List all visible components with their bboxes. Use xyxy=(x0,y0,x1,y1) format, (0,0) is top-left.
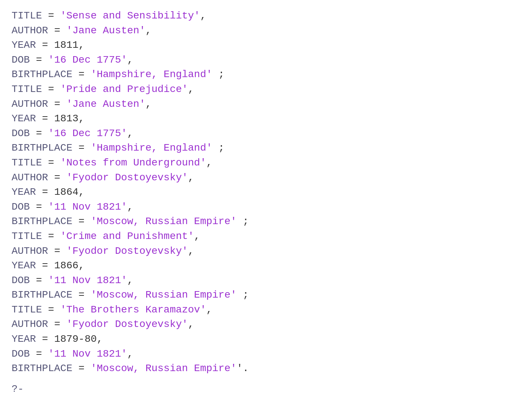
num-token: 1813 xyxy=(54,113,79,124)
num-token: 1864 xyxy=(54,186,79,198)
kw-token: TITLE xyxy=(12,157,42,168)
punct-token: ; xyxy=(237,289,249,301)
str-token: '11 Nov 1821' xyxy=(48,348,127,360)
str-token: '16 Dec 1775' xyxy=(48,54,127,66)
code-line: DOB = '16 Dec 1775', xyxy=(12,53,520,68)
op-token: = xyxy=(48,319,66,330)
punct-token: , xyxy=(127,275,133,286)
punct-token: , xyxy=(188,245,194,257)
op-token: = xyxy=(36,186,54,198)
op-token: = xyxy=(36,39,54,51)
op-token: = xyxy=(72,216,90,227)
op-token: = xyxy=(48,25,66,36)
code-line: AUTHOR = 'Fyodor Dostoyevsky', xyxy=(12,244,520,259)
code-line: BIRTHPLACE = 'Moscow, Russian Empire''. xyxy=(12,361,520,376)
kw-token: TITLE xyxy=(12,304,42,315)
str-token: '11 Nov 1821' xyxy=(48,275,127,286)
punct-token: , xyxy=(79,260,85,271)
kw-token: BIRTHPLACE xyxy=(12,69,72,80)
punct-token: '. xyxy=(237,363,249,374)
op-token: = xyxy=(30,348,48,360)
op-token: = xyxy=(72,142,90,154)
op-token: = xyxy=(42,157,60,168)
kw-token: AUTHOR xyxy=(12,245,48,257)
code-line: TITLE = 'The Brothers Karamazov', xyxy=(12,303,520,318)
code-line: AUTHOR = 'Fyodor Dostoyevsky', xyxy=(12,317,520,332)
kw-token: YEAR xyxy=(12,260,36,271)
op-token: = xyxy=(30,275,48,286)
punct-token: , xyxy=(127,201,133,213)
kw-token: YEAR xyxy=(12,186,36,198)
kw-token: BIRTHPLACE xyxy=(12,363,72,374)
kw-token: YEAR xyxy=(12,333,36,345)
str-token: 'Moscow, Russian Empire' xyxy=(90,216,236,227)
punct-token: , xyxy=(188,84,194,95)
str-token: 'Fyodor Dostoyevsky' xyxy=(66,245,188,257)
str-token: 'Crime and Punishment' xyxy=(60,231,194,242)
num-token: 1811 xyxy=(54,39,79,51)
code-line: BIRTHPLACE = 'Hampshire, England' ; xyxy=(12,141,520,156)
kw-token: YEAR xyxy=(12,113,36,124)
str-token: 'Sense and Sensibility' xyxy=(60,10,200,21)
code-line: YEAR = 1813, xyxy=(12,112,520,126)
punct-token: ; xyxy=(212,69,225,80)
str-token: 'Jane Austen' xyxy=(66,98,145,110)
code-line: AUTHOR = 'Fyodor Dostoyevsky', xyxy=(12,171,520,185)
op-token: = xyxy=(30,54,48,66)
punct-token: , xyxy=(79,186,85,198)
code-line: AUTHOR = 'Jane Austen', xyxy=(12,24,520,38)
code-line: BIRTHPLACE = 'Hampshire, England' ; xyxy=(12,67,520,82)
kw-token: BIRTHPLACE xyxy=(12,142,72,154)
op-token: = xyxy=(36,113,54,124)
str-token: 'Moscow, Russian Empire' xyxy=(90,289,236,301)
code-line: DOB = '11 Nov 1821', xyxy=(12,273,520,288)
kw-token: BIRTHPLACE xyxy=(12,289,72,301)
num-token: 1866 xyxy=(54,260,79,271)
punct-token: , xyxy=(79,39,85,51)
op-token: = xyxy=(42,10,60,21)
str-token: 'The Brothers Karamazov' xyxy=(60,304,206,315)
punct-token: , xyxy=(127,54,133,66)
op-token: = xyxy=(36,333,54,345)
op-token: = xyxy=(48,98,66,110)
op-token: = xyxy=(72,289,90,301)
kw-token: TITLE xyxy=(12,10,42,21)
code-line: BIRTHPLACE = 'Moscow, Russian Empire' ; xyxy=(12,288,520,303)
num-token: 1879-80 xyxy=(54,333,97,345)
kw-token: AUTHOR xyxy=(12,98,48,110)
code-line: TITLE = 'Sense and Sensibility', xyxy=(12,9,520,24)
code-line: YEAR = 1811, xyxy=(12,38,520,53)
punct-token: , xyxy=(79,113,85,124)
kw-token: DOB xyxy=(12,54,30,66)
str-token: 'Hampshire, England' xyxy=(90,142,212,154)
punct-token: , xyxy=(188,172,194,183)
op-token: = xyxy=(42,231,60,242)
op-token: = xyxy=(36,260,54,271)
kw-token: BIRTHPLACE xyxy=(12,216,72,227)
punct-token: , xyxy=(127,128,133,139)
str-token: '11 Nov 1821' xyxy=(48,201,127,213)
punct-token: , xyxy=(97,333,103,345)
punct-token: , xyxy=(188,319,194,330)
str-token: 'Jane Austen' xyxy=(66,25,145,36)
kw-token: YEAR xyxy=(12,39,36,51)
punct-token: ; xyxy=(212,142,225,154)
op-token: = xyxy=(48,245,66,257)
kw-token: DOB xyxy=(12,201,30,213)
code-line: YEAR = 1864, xyxy=(12,185,520,200)
kw-token: DOB xyxy=(12,128,30,139)
op-token: = xyxy=(42,304,60,315)
code-line: YEAR = 1879-80, xyxy=(12,332,520,347)
kw-token: DOB xyxy=(12,348,30,360)
op-token: = xyxy=(72,363,90,374)
code-line: TITLE = 'Notes from Underground', xyxy=(12,156,520,171)
punct-token: ; xyxy=(237,216,249,227)
str-token: 'Fyodor Dostoyevsky' xyxy=(66,319,188,330)
punct-token: , xyxy=(145,25,152,36)
code-line: AUTHOR = 'Jane Austen', xyxy=(12,97,520,112)
prompt-line: ?- xyxy=(12,382,520,395)
punct-token: , xyxy=(206,157,212,168)
kw-token: TITLE xyxy=(12,231,42,242)
code-display: TITLE = 'Sense and Sensibility',AUTHOR =… xyxy=(12,9,520,395)
kw-token: AUTHOR xyxy=(12,25,48,36)
